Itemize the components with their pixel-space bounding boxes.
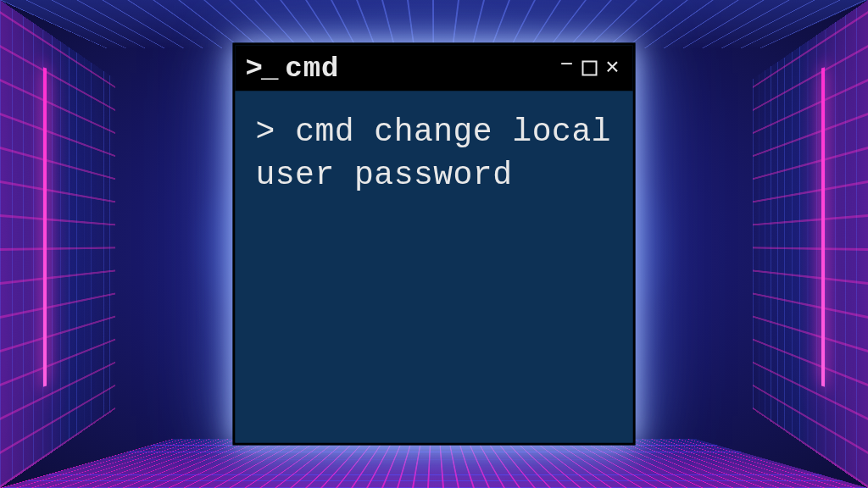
maximize-button[interactable] bbox=[582, 61, 598, 76]
command-line: > cmd change local user password bbox=[256, 110, 613, 197]
prompt-char: > bbox=[256, 114, 275, 150]
titlebar-left: >_ cmd bbox=[246, 53, 340, 85]
terminal-prompt-icon: >_ bbox=[246, 54, 277, 83]
minimize-button[interactable]: − bbox=[557, 54, 577, 76]
close-button[interactable]: × bbox=[603, 57, 623, 80]
window-title: cmd bbox=[285, 53, 339, 85]
titlebar[interactable]: >_ cmd − × bbox=[236, 46, 633, 92]
command-text: cmd change local user password bbox=[256, 114, 611, 193]
terminal-body[interactable]: > cmd change local user password bbox=[236, 92, 633, 443]
window-controls: − × bbox=[557, 57, 623, 80]
terminal-window[interactable]: >_ cmd − × > cmd change local user passw… bbox=[233, 43, 636, 446]
